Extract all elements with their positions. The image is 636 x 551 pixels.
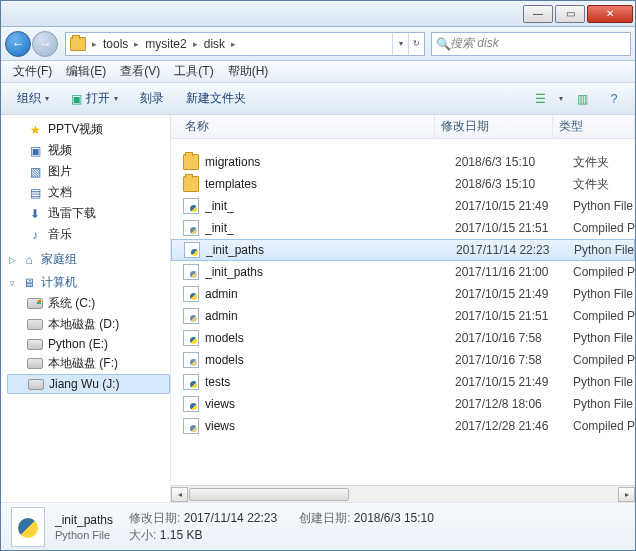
preview-pane-button[interactable]: ▥ [569,88,595,110]
sidebar-drive[interactable]: 本地磁盘 (F:) [7,353,170,374]
file-name: admin [205,287,455,301]
python-file-icon [183,286,199,302]
file-date: 2017/10/15 21:49 [455,287,573,301]
sidebar-drive[interactable]: 本地磁盘 (D:) [7,314,170,335]
sidebar-item[interactable]: ▧图片 [7,161,170,182]
close-button[interactable]: ✕ [587,5,633,23]
sidebar-drive[interactable]: Python (E:) [7,335,170,353]
col-name[interactable]: 名称 [179,115,435,138]
view-mode-button[interactable]: ☰ [527,88,553,110]
organize-button[interactable]: 组织▾ [9,87,57,110]
file-row[interactable]: _init_paths 2017/11/16 21:00 Compiled Py… [171,261,635,283]
file-row[interactable]: _init_ 2017/10/15 21:51 Compiled Python … [171,217,635,239]
menu-tools[interactable]: 工具(T) [168,61,219,82]
file-row[interactable]: models 2017/10/16 7:58 Compiled Python F… [171,349,635,371]
breadcrumb-seg[interactable]: disk [200,33,229,55]
file-type: Python File [573,375,635,389]
python-file-icon [183,220,199,236]
col-date[interactable]: 修改日期 [435,115,553,138]
address-dropdown[interactable]: ▾ [392,33,408,55]
sidebar-item[interactable]: ★PPTV视频 [7,119,170,140]
search-input[interactable]: 🔍 搜索 disk [431,32,631,56]
python-file-icon [11,507,45,547]
homegroup-icon: ⌂ [21,252,37,268]
scroll-thumb[interactable] [189,488,349,501]
refresh-button[interactable]: ↻ [408,33,424,55]
file-date: 2017/10/16 7:58 [455,331,573,345]
toolbar: 组织▾ ▣打开▾ 刻录 新建文件夹 ☰▾ ▥ ? [1,83,635,115]
new-folder-button[interactable]: 新建文件夹 [178,87,254,110]
file-type: Compiled Python File [573,353,635,367]
burn-button[interactable]: 刻录 [132,87,172,110]
file-list[interactable]: migrations 2018/6/3 15:10 文件夹 templates … [171,139,635,485]
file-date: 2018/6/3 15:10 [455,177,573,191]
file-name: views [205,397,455,411]
sidebar-item[interactable]: ▣视频 [7,140,170,161]
menu-help[interactable]: 帮助(H) [222,61,275,82]
file-name: _init_ [205,199,455,213]
file-row[interactable]: views 2017/12/8 18:06 Python File [171,393,635,415]
file-name: _init_ [205,221,455,235]
nav-bar: ← → ▸ tools ▸ mysite2 ▸ disk ▸ ▾ ↻ 🔍 搜索 … [1,27,635,61]
menu-edit[interactable]: 编辑(E) [60,61,112,82]
file-type: Python File [574,243,634,257]
file-row[interactable]: admin 2017/10/15 21:49 Python File [171,283,635,305]
file-name: tests [205,375,455,389]
horizontal-scrollbar[interactable]: ◂ ▸ [171,485,635,502]
sidebar-item[interactable]: ♪音乐 [7,224,170,245]
sidebar-group-computer[interactable]: ▿🖥计算机 [7,274,170,291]
file-name: migrations [205,155,455,169]
address-bar[interactable]: ▸ tools ▸ mysite2 ▸ disk ▸ ▾ ↻ [65,32,425,56]
forward-button[interactable]: → [32,31,58,57]
explorer-window: — ▭ ✕ ← → ▸ tools ▸ mysite2 ▸ disk ▸ ▾ ↻… [0,0,636,551]
breadcrumb-seg[interactable]: mysite2 [141,33,190,55]
chevron-icon[interactable]: ▸ [132,39,141,49]
col-type[interactable]: 类型 [553,115,635,138]
file-row[interactable]: tests 2017/10/15 21:49 Python File [171,371,635,393]
file-date: 2017/12/28 21:46 [455,419,573,433]
folder-icon [183,176,199,192]
scroll-left-button[interactable]: ◂ [171,487,188,502]
drive-icon [27,319,43,330]
file-row[interactable]: migrations 2018/6/3 15:10 文件夹 [171,151,635,173]
computer-icon: 🖥 [21,275,37,291]
file-row[interactable]: views 2017/12/28 21:46 Compiled Python F… [171,415,635,437]
created-label: 创建日期: [299,511,350,525]
scroll-right-button[interactable]: ▸ [618,487,635,502]
file-date: 2017/10/15 21:49 [455,375,573,389]
sidebar-group-homegroup[interactable]: ▷⌂家庭组 [7,251,170,268]
file-type: 文件夹 [573,176,635,193]
sidebar-drive[interactable]: Jiang Wu (J:) [7,374,170,394]
size-label: 大小: [129,528,156,542]
sidebar-item[interactable]: ⬇迅雷下载 [7,203,170,224]
back-button[interactable]: ← [5,31,31,57]
menu-file[interactable]: 文件(F) [7,61,58,82]
drive-label: 系统 (C:) [48,295,95,312]
modified-label: 修改日期: [129,511,180,525]
maximize-button[interactable]: ▭ [555,5,585,23]
breadcrumb-seg[interactable]: tools [99,33,132,55]
sidebar-drive[interactable]: 系统 (C:) [7,293,170,314]
python-file-icon [183,374,199,390]
folder-icon [70,37,86,51]
file-row[interactable]: _init_paths 2017/11/14 22:23 Python File [171,239,635,261]
file-row[interactable]: models 2017/10/16 7:58 Python File [171,327,635,349]
sidebar-item[interactable]: ▤文档 [7,182,170,203]
chevron-icon[interactable]: ▸ [191,39,200,49]
file-row[interactable]: _init_ 2017/10/15 21:49 Python File [171,195,635,217]
help-button[interactable]: ? [601,88,627,110]
file-row[interactable]: admin 2017/10/15 21:51 Compiled Python F… [171,305,635,327]
chevron-icon[interactable]: ▸ [229,39,238,49]
item-icon: ⬇ [27,206,43,222]
open-button[interactable]: ▣打开▾ [63,87,126,110]
menu-bar: 文件(F) 编辑(E) 查看(V) 工具(T) 帮助(H) [1,61,635,83]
file-name: admin [205,309,455,323]
chevron-icon[interactable]: ▸ [90,39,99,49]
titlebar: — ▭ ✕ [1,1,635,27]
menu-view[interactable]: 查看(V) [114,61,166,82]
python-file-icon [183,352,199,368]
modified-value: 2017/11/14 22:23 [184,511,277,525]
column-headers: 名称 修改日期 类型 [171,115,635,139]
file-row[interactable]: templates 2018/6/3 15:10 文件夹 [171,173,635,195]
minimize-button[interactable]: — [523,5,553,23]
